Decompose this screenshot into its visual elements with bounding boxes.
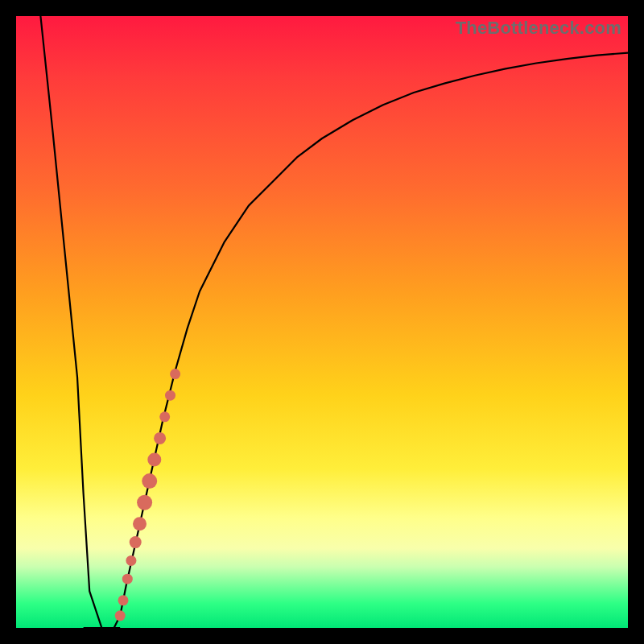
bottleneck-curve [40, 16, 628, 628]
data-marker [118, 595, 129, 605]
data-marker [130, 536, 142, 548]
data-marker [126, 555, 136, 566]
plot-area: TheBottleneck.com [16, 16, 628, 628]
data-marker [115, 610, 126, 621]
data-marker [133, 517, 147, 530]
data-marker [122, 574, 133, 584]
curve-svg [16, 16, 628, 628]
data-marker [165, 390, 175, 401]
data-marker [154, 432, 166, 444]
data-marker [159, 411, 170, 422]
chart-frame: TheBottleneck.com [0, 0, 644, 644]
data-marker [137, 495, 152, 510]
data-marker [142, 473, 157, 489]
data-marker [170, 369, 180, 379]
data-marker [147, 453, 161, 467]
data-markers [115, 369, 180, 621]
